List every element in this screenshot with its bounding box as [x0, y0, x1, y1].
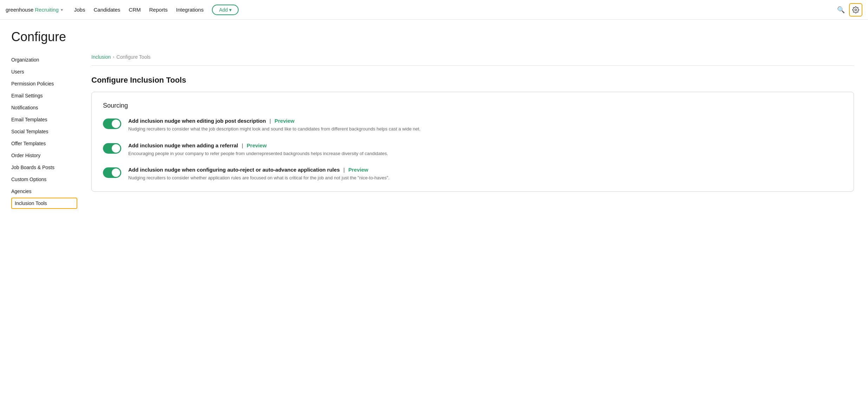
sidebar-item-offer-templates[interactable]: Offer Templates [11, 138, 77, 149]
topnav: greenhouse Recruiting ▾ Jobs Candidates … [0, 0, 868, 20]
toggle-referral-desc: Encouraging people in your company to re… [128, 150, 842, 157]
sidebar-item-organization[interactable]: Organization [11, 54, 77, 65]
toggle-referral-content: Add inclusion nudge when adding a referr… [128, 142, 842, 157]
sidebar-item-custom-options[interactable]: Custom Options [11, 174, 77, 185]
toggle-row-job-post: ✓ Add inclusion nudge when editing job p… [103, 118, 842, 133]
logo[interactable]: greenhouse Recruiting ▾ [6, 7, 63, 13]
nav-crm[interactable]: CRM [129, 7, 141, 13]
toggle-job-post-content: Add inclusion nudge when editing job pos… [128, 118, 842, 133]
search-icon[interactable]: 🔍 [837, 6, 845, 14]
sidebar-item-agencies[interactable]: Agencies [11, 186, 77, 197]
sidebar-item-order-history[interactable]: Order History [11, 150, 77, 161]
section-title: Configure Inclusion Tools [91, 76, 854, 85]
breadcrumb: Inclusion › Configure Tools [91, 54, 854, 60]
sidebar: Organization Users Permission Policies E… [0, 49, 77, 215]
toggle-job-post[interactable]: ✓ [103, 119, 121, 129]
inclusion-tools-card: Sourcing ✓ Add inclusion nudge when edit… [91, 92, 854, 192]
sidebar-item-email-settings[interactable]: Email Settings [11, 90, 77, 101]
toggle-auto-rules-preview[interactable]: Preview [348, 167, 368, 173]
toggle-auto-rules[interactable]: ✓ [103, 167, 121, 178]
logo-gh: greenhouse [6, 7, 33, 13]
sourcing-title: Sourcing [103, 102, 842, 109]
nav-jobs[interactable]: Jobs [74, 7, 85, 13]
toggle-job-post-label: Add inclusion nudge when editing job pos… [128, 118, 842, 124]
toggle-row-referral: ✓ Add inclusion nudge when adding a refe… [103, 142, 842, 157]
toggle-check-icon-2: ✓ [106, 146, 109, 150]
logo-chevron: ▾ [61, 7, 63, 12]
page-title: Configure [11, 30, 857, 44]
sidebar-item-inclusion-tools[interactable]: Inclusion Tools [11, 198, 77, 209]
toggle-auto-rules-label: Add inclusion nudge when configuring aut… [128, 167, 842, 173]
toggle-knob-2 [112, 144, 120, 153]
page-header: Configure [0, 20, 868, 49]
logo-rec: Recruiting [35, 7, 59, 13]
sidebar-item-social-templates[interactable]: Social Templates [11, 126, 77, 137]
toggle-job-post-desc: Nudging recruiters to consider what the … [128, 126, 842, 133]
toggle-knob-3 [112, 168, 120, 177]
nav-links: Jobs Candidates CRM Reports Integrations [74, 7, 204, 13]
topnav-right: 🔍 [837, 3, 862, 17]
sidebar-item-job-boards-posts[interactable]: Job Boards & Posts [11, 162, 77, 173]
toggle-sep: | [270, 118, 271, 124]
toggle-referral-preview[interactable]: Preview [247, 142, 267, 148]
nav-integrations[interactable]: Integrations [176, 7, 203, 13]
toggle-sep-2: | [242, 142, 243, 148]
toggle-auto-rules-desc: Nudging recruiters to consider whether a… [128, 174, 842, 181]
divider [91, 65, 854, 66]
nav-reports[interactable]: Reports [149, 7, 168, 13]
toggle-job-post-preview[interactable]: Preview [274, 118, 294, 124]
nav-candidates[interactable]: Candidates [93, 7, 120, 13]
add-button[interactable]: Add ▾ [212, 5, 239, 15]
breadcrumb-separator: › [113, 55, 114, 59]
layout: Organization Users Permission Policies E… [0, 49, 868, 215]
toggle-check-icon-3: ✓ [106, 170, 109, 174]
toggle-row-auto-rules: ✓ Add inclusion nudge when configuring a… [103, 167, 842, 181]
sidebar-item-users[interactable]: Users [11, 66, 77, 77]
svg-point-0 [855, 9, 857, 11]
breadcrumb-parent[interactable]: Inclusion [91, 54, 111, 60]
toggle-referral-label: Add inclusion nudge when adding a referr… [128, 142, 842, 148]
settings-gear-icon[interactable] [849, 3, 862, 17]
sidebar-item-notifications[interactable]: Notifications [11, 102, 77, 113]
toggle-sep-3: | [343, 167, 345, 173]
toggle-check-icon: ✓ [106, 121, 109, 126]
toggle-auto-rules-content: Add inclusion nudge when configuring aut… [128, 167, 842, 181]
breadcrumb-current: Configure Tools [116, 54, 150, 60]
sidebar-item-email-templates[interactable]: Email Templates [11, 114, 77, 125]
toggle-referral[interactable]: ✓ [103, 143, 121, 154]
sidebar-item-permission-policies[interactable]: Permission Policies [11, 78, 77, 89]
toggle-knob [112, 120, 120, 128]
main-content: Inclusion › Configure Tools Configure In… [77, 49, 868, 215]
